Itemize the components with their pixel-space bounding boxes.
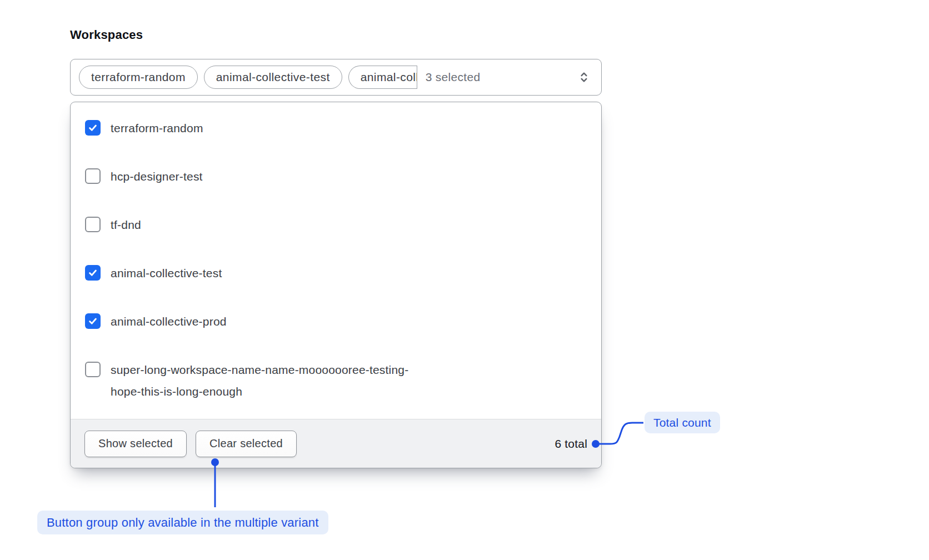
clear-selected-button[interactable]: Clear selected (196, 431, 297, 457)
option-label: animal-collective-test (111, 262, 222, 284)
option-row[interactable]: terraform-random (85, 117, 587, 139)
option-label: animal-collective-prod (111, 311, 227, 332)
option-row[interactable]: tf-dnd (85, 214, 587, 236)
show-selected-button[interactable]: Show selected (84, 431, 187, 457)
option-checkbox[interactable] (85, 313, 101, 329)
button-group-annotation: Button group only available in the multi… (37, 511, 328, 534)
option-label: super-long-workspace-name-name-moooooore… (111, 359, 438, 402)
checkmark-icon (87, 316, 98, 327)
option-label: terraform-random (111, 117, 203, 139)
total-count-text: 6 total (555, 437, 587, 451)
selected-pill-clipped: animal-collective-prod (348, 66, 417, 89)
checkmark-icon (87, 267, 98, 278)
caret-sort-icon (577, 70, 591, 84)
option-label: tf-dnd (111, 214, 141, 236)
super-select-demo: Workspaces terraform-random animal-colle… (0, 0, 929, 560)
option-checkbox[interactable] (85, 265, 101, 281)
option-row[interactable]: hcp-designer-test (85, 166, 587, 187)
field-label: Workspaces (70, 28, 143, 42)
listbox-footer: Show selected Clear selected 6 total (71, 419, 601, 468)
option-row[interactable]: animal-collective-prod (85, 311, 587, 332)
selected-pill: animal-collective-prod (348, 66, 417, 89)
multi-select-trigger[interactable]: terraform-random animal-collective-test … (70, 59, 602, 96)
selected-pill: animal-collective-test (204, 66, 342, 89)
option-checkbox[interactable] (85, 168, 101, 184)
option-label: hcp-designer-test (111, 166, 203, 187)
total-count-annotation: Total count (645, 412, 720, 433)
option-row[interactable]: animal-collective-test (85, 262, 587, 284)
checkmark-icon (87, 122, 98, 133)
option-checkbox[interactable] (85, 362, 101, 377)
selected-pill: terraform-random (79, 66, 198, 89)
option-row[interactable]: super-long-workspace-name-name-moooooore… (85, 359, 587, 402)
dropdown-listbox: terraform-random hcp-designer-test tf-dn… (70, 102, 602, 468)
selected-count-text: 3 selected (426, 71, 481, 84)
option-checkbox[interactable] (85, 120, 101, 136)
option-checkbox[interactable] (85, 217, 101, 232)
option-list: terraform-random hcp-designer-test tf-dn… (71, 102, 601, 419)
